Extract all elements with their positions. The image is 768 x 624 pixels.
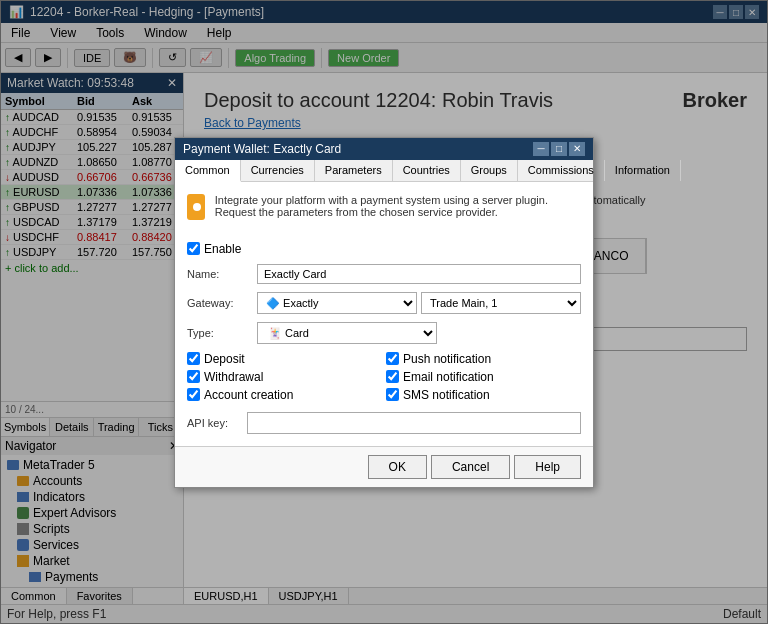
gateway-label: Gateway: <box>187 297 257 309</box>
api-key-input[interactable] <box>247 412 581 434</box>
enable-checkbox[interactable] <box>187 242 200 255</box>
name-label: Name: <box>187 268 257 280</box>
withdrawal-checkbox[interactable] <box>187 370 200 383</box>
push-checkbox-label: Push notification <box>403 352 491 366</box>
modal-title: Payment Wallet: Exactly Card <box>183 142 341 156</box>
cancel-button[interactable]: Cancel <box>431 455 510 479</box>
payment-wallet-modal: Payment Wallet: Exactly Card ─ □ ✕ Commo… <box>174 137 594 488</box>
modal-content: Integrate your platform with a payment s… <box>175 182 593 446</box>
modal-tab-common[interactable]: Common <box>175 160 241 182</box>
modal-tab-information[interactable]: Information <box>605 160 681 181</box>
modal-tabs: Common Currencies Parameters Countries G… <box>175 160 593 182</box>
enable-row: Enable <box>187 242 581 256</box>
email-checkbox-item: Email notification <box>386 370 581 384</box>
email-notification-checkbox[interactable] <box>386 370 399 383</box>
type-row: Type: 🃏 Card <box>187 322 581 344</box>
modal-tab-countries[interactable]: Countries <box>393 160 461 181</box>
account-creation-checkbox-item: Account creation <box>187 388 382 402</box>
modal-overlay: Payment Wallet: Exactly Card ─ □ ✕ Commo… <box>0 0 768 624</box>
account-creation-checkbox[interactable] <box>187 388 200 401</box>
modal-title-bar: Payment Wallet: Exactly Card ─ □ ✕ <box>175 138 593 160</box>
sms-checkbox-item: SMS notification <box>386 388 581 402</box>
type-select[interactable]: 🃏 Card <box>257 322 437 344</box>
modal-controls: ─ □ ✕ <box>533 142 585 156</box>
ok-button[interactable]: OK <box>368 455 427 479</box>
name-row: Name: <box>187 264 581 284</box>
sms-checkbox[interactable] <box>386 388 399 401</box>
deposit-checkbox-item: Deposit <box>187 352 382 366</box>
push-checkbox-item: Push notification <box>386 352 581 366</box>
api-key-label: API key: <box>187 417 247 429</box>
gateway-select[interactable]: 🔷 Exactly <box>257 292 417 314</box>
gateway-row: Gateway: 🔷 Exactly Trade Main, 1 <box>187 292 581 314</box>
deposit-checkbox-label: Deposit <box>204 352 245 366</box>
server-select[interactable]: Trade Main, 1 <box>421 292 581 314</box>
sms-checkbox-label: SMS notification <box>403 388 490 402</box>
gateway-selects: 🔷 Exactly Trade Main, 1 <box>257 292 581 314</box>
modal-tab-commissions[interactable]: Commissions <box>518 160 605 181</box>
modal-description: Integrate your platform with a payment s… <box>215 194 581 218</box>
deposit-checkbox[interactable] <box>187 352 200 365</box>
help-button[interactable]: Help <box>514 455 581 479</box>
wallet-icon <box>187 194 205 220</box>
api-key-row: API key: <box>187 412 581 434</box>
modal-tab-parameters[interactable]: Parameters <box>315 160 393 181</box>
withdrawal-checkbox-item: Withdrawal <box>187 370 382 384</box>
type-label: Type: <box>187 327 257 339</box>
modal-tab-groups[interactable]: Groups <box>461 160 518 181</box>
modal-close[interactable]: ✕ <box>569 142 585 156</box>
checkbox-grid: Deposit Push notification Withdrawal Ema… <box>187 352 581 402</box>
modal-minimize[interactable]: ─ <box>533 142 549 156</box>
enable-label: Enable <box>204 242 241 256</box>
push-checkbox[interactable] <box>386 352 399 365</box>
account-creation-label: Account creation <box>204 388 293 402</box>
modal-maximize[interactable]: □ <box>551 142 567 156</box>
name-input[interactable] <box>257 264 581 284</box>
withdrawal-checkbox-label: Withdrawal <box>204 370 263 384</box>
modal-tab-currencies[interactable]: Currencies <box>241 160 315 181</box>
modal-footer: OK Cancel Help <box>175 446 593 487</box>
modal-description-row: Integrate your platform with a payment s… <box>187 194 581 230</box>
email-checkbox-label: Email notification <box>403 370 494 384</box>
